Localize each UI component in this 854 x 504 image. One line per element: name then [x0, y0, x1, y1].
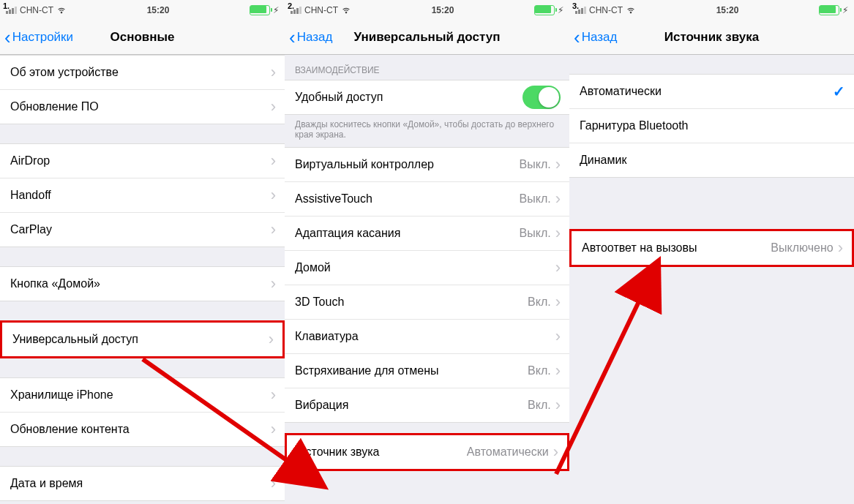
section-footer: Дважды коснитесь кнопки «Домой», чтобы д… — [285, 115, 569, 147]
cell-about-device[interactable]: Об этом устройстве › — [0, 56, 285, 90]
battery-icon — [819, 5, 839, 15]
chevron-right-icon: › — [555, 224, 561, 243]
chevron-right-icon: › — [269, 330, 274, 349]
charging-icon: ⚡︎ — [842, 5, 848, 15]
group-auto-answer: Автоответ на вызовы Выключено› — [569, 229, 854, 267]
chevron-right-icon: › — [271, 97, 276, 116]
wifi-icon — [341, 5, 351, 15]
screen-general: 1. CHN-CT 15:20 ⚡︎ ‹ Настройки Основные … — [0, 0, 285, 504]
chevron-right-icon: › — [271, 420, 276, 439]
chevron-right-icon: › — [271, 385, 276, 405]
cell-reachability[interactable]: Удобный доступ — [285, 80, 569, 114]
cell-accessibility[interactable]: Универсальный доступ › — [2, 323, 282, 356]
cell-software-update[interactable]: Обновление ПО › — [0, 90, 285, 124]
status-bar: CHN-CT 15:20 ⚡︎ — [285, 0, 569, 20]
chevron-left-icon: ‹ — [574, 28, 580, 47]
chevron-left-icon: ‹ — [289, 28, 296, 47]
chevron-right-icon: › — [271, 151, 276, 170]
cell-keyboard[interactable]: Клавиатура › — [285, 320, 569, 354]
status-bar: CHN-CT 15:20 ⚡︎ — [0, 0, 285, 20]
chevron-right-icon: › — [553, 443, 558, 462]
group-storage: Хранилище iPhone › Обновление контента › — [0, 377, 285, 447]
cell-home[interactable]: Домой › — [285, 251, 569, 285]
cell-switch-control[interactable]: Виртуальный контроллер Выкл.› — [285, 148, 569, 182]
carrier-label: CHN-CT — [20, 5, 53, 15]
group-reachability: Удобный доступ — [285, 80, 569, 115]
cell-iphone-storage[interactable]: Хранилище iPhone › — [0, 378, 285, 413]
cell-home-button[interactable]: Кнопка «Домой» › — [0, 267, 285, 301]
toggle-switch[interactable] — [522, 86, 561, 109]
chevron-right-icon: › — [838, 238, 843, 257]
cell-vibration[interactable]: Вибрация Вкл.› — [285, 388, 569, 422]
cell-route-auto[interactable]: Автоматически ✓ — [569, 75, 854, 109]
cell-touch-accommodations[interactable]: Адаптация касания Выкл.› — [285, 217, 569, 251]
cell-auto-answer[interactable]: Автоответ на вызовы Выключено› — [572, 231, 852, 265]
wifi-icon — [626, 5, 636, 15]
chevron-right-icon: › — [271, 474, 276, 493]
checkmark-icon: ✓ — [833, 83, 845, 100]
group-date-time: Дата и время › — [0, 466, 285, 501]
cell-route-speaker[interactable]: Динамик — [569, 143, 854, 177]
group-interaction: Виртуальный контроллер Выкл.› AssistiveT… — [285, 147, 569, 423]
nav-bar: ‹ Назад Универсальный доступ — [285, 20, 569, 55]
back-button[interactable]: ‹ Назад — [569, 28, 617, 47]
cell-3d-touch[interactable]: 3D Touch Вкл.› — [285, 285, 569, 320]
chevron-right-icon: › — [555, 155, 561, 174]
chevron-right-icon: › — [555, 361, 561, 380]
carrier-label: CHN-CT — [589, 5, 623, 15]
chevron-right-icon: › — [271, 220, 276, 239]
wifi-icon — [56, 5, 67, 15]
cell-shake-to-undo[interactable]: Встряхивание для отмены Вкл.› — [285, 354, 569, 388]
cell-airdrop[interactable]: AirDrop › — [0, 144, 285, 178]
step-number: 1. — [3, 1, 10, 10]
group-accessibility: Универсальный доступ › — [0, 320, 285, 358]
nav-bar: ‹ Настройки Основные — [0, 20, 285, 55]
chevron-right-icon: › — [555, 396, 561, 415]
chevron-right-icon: › — [555, 293, 561, 312]
clock: 15:20 — [716, 5, 739, 15]
section-header: Взаимодействие — [285, 55, 569, 80]
group-home-button: Кнопка «Домой» › — [0, 266, 285, 301]
back-label: Назад — [297, 30, 333, 45]
battery-icon — [250, 5, 270, 15]
group-audio-source: Источник звука Автоматически› — [285, 433, 569, 471]
battery-icon — [534, 5, 555, 15]
chevron-right-icon: › — [555, 258, 561, 277]
charging-icon: ⚡︎ — [558, 5, 563, 15]
nav-bar: ‹ Назад Источник звука — [569, 20, 854, 55]
chevron-right-icon: › — [271, 186, 276, 205]
chevron-right-icon: › — [271, 274, 276, 293]
chevron-right-icon: › — [555, 327, 561, 346]
cell-background-refresh[interactable]: Обновление контента › — [0, 413, 285, 446]
step-number: 3. — [572, 1, 579, 10]
cell-carplay[interactable]: CarPlay › — [0, 213, 285, 247]
status-bar: CHN-CT 15:20 ⚡︎ — [569, 0, 854, 20]
clock: 15:20 — [147, 5, 170, 15]
screen-audio-source: 3. CHN-CT 15:20 ⚡︎ ‹ Назад Источник звук… — [569, 0, 854, 504]
step-number: 2. — [288, 1, 294, 10]
cell-assistive-touch[interactable]: AssistiveTouch Выкл.› — [285, 182, 569, 217]
chevron-right-icon: › — [271, 63, 276, 82]
chevron-right-icon: › — [555, 189, 561, 208]
screen-accessibility: 2. CHN-CT 15:20 ⚡︎ ‹ Назад Универсальный… — [285, 0, 570, 504]
group-routes: Автоматически ✓ Гарнитура Bluetooth Дина… — [569, 74, 854, 178]
carrier-label: CHN-CT — [304, 5, 338, 15]
back-button[interactable]: ‹ Назад — [285, 28, 332, 47]
chevron-left-icon: ‹ — [4, 28, 11, 47]
back-label: Назад — [582, 30, 618, 45]
cell-handoff[interactable]: Handoff › — [0, 178, 285, 213]
cell-audio-source[interactable]: Источник звука Автоматически› — [287, 435, 567, 469]
cell-route-bluetooth[interactable]: Гарнитура Bluetooth — [569, 109, 854, 143]
group-about: Об этом устройстве › Обновление ПО › — [0, 55, 285, 124]
clock: 15:20 — [432, 5, 454, 15]
back-label: Настройки — [12, 30, 73, 45]
group-connectivity: AirDrop › Handoff › CarPlay › — [0, 143, 285, 247]
back-button[interactable]: ‹ Настройки — [0, 28, 73, 47]
cell-date-time[interactable]: Дата и время › — [0, 467, 285, 500]
charging-icon: ⚡︎ — [273, 5, 279, 15]
